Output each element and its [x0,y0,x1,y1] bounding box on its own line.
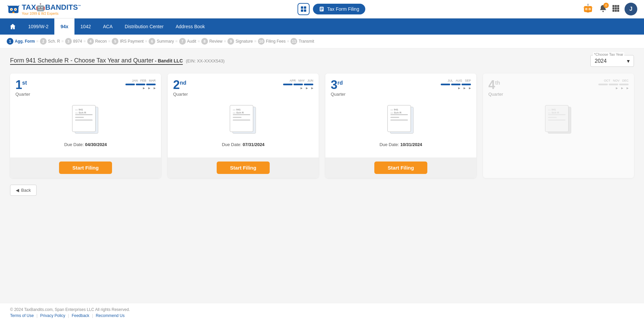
svg-rect-14 [584,6,592,12]
feedback-link[interactable]: Feedback [72,313,90,318]
quarter-1-month-labels: JAN FEB MAR [132,79,156,82]
step-5[interactable]: 5 IRS Payment [112,38,144,45]
tax-year-dropdown[interactable]: 2024 2023 2022 [590,55,634,67]
step-9-label: Signature [235,39,253,44]
step-2[interactable]: 2 Sch. R [40,38,60,45]
sep-bar [462,84,471,85]
footer: © 2024 TaxBandits.com, Span Enterprises … [0,303,644,320]
step-3[interactable]: 3 8974 [65,38,82,45]
step-sep-9: = [254,39,257,44]
svg-point-18 [589,8,590,9]
step-sep-3: = [84,39,86,44]
step-sep-2: = [61,39,64,44]
step-10[interactable]: 10 Filing Fees [258,38,286,45]
form-doc-q3: — 941 — Sch R [387,105,414,135]
quarter-3-month-bars [441,84,471,85]
step-6[interactable]: 6 Summary [149,38,174,45]
step-1[interactable]: 1 Agg. Form [7,38,35,45]
quarter-2-label: Quarter [173,92,188,97]
step-11[interactable]: 11 Transmit [290,38,314,45]
nav-address-book[interactable]: Address Book [170,18,211,35]
form-doc-front-q4: — 941 — Sch R [545,105,569,132]
grid-icon-button[interactable] [298,3,310,15]
form-doc-front-q1: — 941 — Sch R [72,105,96,132]
step-4[interactable]: 4 Recon [87,38,107,45]
step-8[interactable]: 8 Review [201,38,222,45]
step-5-label: IRS Payment [120,39,144,44]
svg-rect-25 [617,5,619,7]
quarter-1-card: 1st Quarter JAN FEB MAR [10,74,161,178]
quarter-3-month-arrows: ▶ ▶ ▶ [458,87,471,90]
svg-rect-31 [617,10,619,12]
quarter-2-start-filing-button[interactable]: Start Filing [217,162,270,174]
page-title: Form 941 Schedule R - Choose Tax Year an… [10,57,225,65]
user-avatar[interactable]: J [625,3,637,15]
notification-button[interactable]: 0 [599,4,607,14]
form-doc-q1: — 941 — Sch R [72,105,99,135]
nav-1099-w2[interactable]: 1099/W-2 [22,18,54,35]
quarter-1-card-top: 1st Quarter JAN FEB MAR [10,74,161,157]
nav-94x[interactable]: 94x [54,18,74,35]
nav-home[interactable] [3,18,22,35]
quarter-3-start-filing-button[interactable]: Start Filing [374,162,427,174]
quarter-4-header: 4th Quarter OCT NOV DEC [488,79,629,97]
step-sep-4: = [108,39,110,44]
step-7[interactable]: 7 Audit [179,38,196,45]
main-nav: 1099/W-2 94x 1042 ACA Distribution Cente… [0,18,644,35]
apps-icon[interactable] [612,5,620,14]
step-8-num: 8 [201,38,208,45]
quarter-3-number: 3rd [331,78,343,92]
top-header: TAX🤖BANDITS™ Your 1099 & W2 Experts Tax … [0,0,644,18]
nav-1042[interactable]: 1042 [74,18,97,35]
robot-icon[interactable] [582,3,594,16]
quarter-3-card-top: 3rd Quarter JUL AUG SEP [325,74,476,157]
quarter-3-due-date-value: 10/31/2024 [400,142,422,147]
step-5-num: 5 [112,38,118,45]
quarter-1-illustration: — 941 — Sch R [15,98,156,142]
form-doc-front-q3: — 941 — Sch R [387,105,411,132]
apr-bar [283,84,292,85]
step-1-num: 1 [7,38,13,45]
nav-aca[interactable]: ACA [97,18,119,35]
jul-bar [441,84,450,85]
quarter-1-start-filing-button[interactable]: Start Filing [59,162,112,174]
quarter-2-card: 2nd Quarter APR MAY JUN [168,74,319,178]
step-2-label: Sch. R [48,39,60,44]
quarter-1-month-arrows: ▶ ▶ ▶ [143,87,156,90]
step-sep-5: = [145,39,147,44]
document-icon [319,6,324,12]
tax-year-selector[interactable]: *Choose Tax Year 2024 2023 2022 ▼ [590,55,634,67]
step-1-label: Agg. Form [15,39,35,44]
form-doc-q4: — 941 — Sch R [545,105,572,135]
step-3-label: 8974 [73,39,82,44]
right-header: 0 J [582,3,637,16]
back-button[interactable]: ◀ Back [10,185,37,196]
terms-of-use-link[interactable]: Terms of Use [10,313,34,318]
svg-rect-19 [587,11,589,12]
step-9[interactable]: 9 Signature [227,38,253,45]
apps-grid-icon [612,5,620,12]
svg-point-4 [15,9,16,10]
quarter-4-months: OCT NOV DEC ▶ ▶ ▶ [598,79,629,90]
svg-point-22 [602,11,604,12]
privacy-policy-link[interactable]: Privacy Policy [40,313,65,318]
quarter-2-month-bars [283,84,313,85]
svg-rect-11 [320,8,323,8]
step-10-label: Filing Fees [266,39,286,44]
recommend-us-link[interactable]: Recommend Us [96,313,124,318]
quarter-4-month-labels: OCT NOV DEC [604,79,629,82]
quarter-3-header: 3rd Quarter JUL AUG SEP [331,79,471,97]
quarter-4-illustration: — 941 — Sch R [488,98,629,142]
step-sep-6: = [175,39,178,44]
step-3-num: 3 [65,38,72,45]
svg-rect-9 [304,9,306,12]
mar-bar [146,84,156,85]
center-header: Tax Form Filing [298,3,365,15]
svg-rect-5 [12,12,14,13]
back-button-label: Back [21,188,31,193]
svg-rect-28 [617,7,619,9]
back-arrow-icon: ◀ [16,188,19,193]
nav-distribution-center[interactable]: Distribution Center [119,18,170,35]
tax-form-filing-button[interactable]: Tax Form Filing [313,4,365,14]
company-name: - Bandit LLC [155,58,183,63]
